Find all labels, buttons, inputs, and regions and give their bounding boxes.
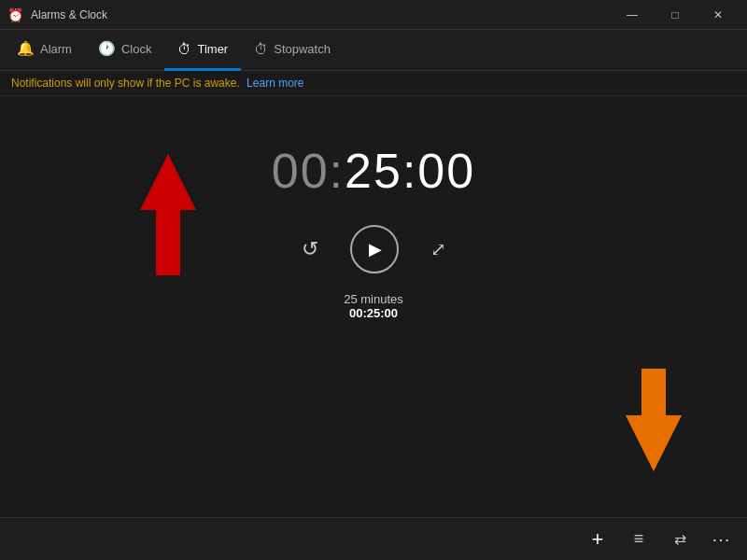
svg-marker-1 <box>626 369 682 471</box>
nav-stopwatch-label: Stopwatch <box>274 42 331 56</box>
timer-controls: ↺ ▶ ⤢ <box>296 225 452 273</box>
main-content: 00:25:00 ↺ ▶ ⤢ 25 minutes 00:25:00 <box>0 96 747 514</box>
timer-bright-part: 25:00 <box>345 144 475 198</box>
play-icon: ▶ <box>369 239 382 259</box>
expand-button[interactable]: ⤢ <box>425 232 452 266</box>
more-options-button[interactable]: ⋯ <box>702 521 740 558</box>
timer-dim-part: 00: <box>272 144 345 198</box>
title-bar-left: ⏰ Alarms & Clock <box>7 7 107 22</box>
play-button[interactable]: ▶ <box>350 225 399 273</box>
timer-label: 25 minutes <box>344 292 403 306</box>
sort-button[interactable]: ≡ <box>620 521 657 558</box>
svg-marker-0 <box>140 154 196 275</box>
reset-button[interactable]: ↺ <box>296 231 324 267</box>
add-timer-button[interactable]: + <box>579 521 616 558</box>
alarm-nav-icon: 🔔 <box>17 40 35 57</box>
timer-info: 25 minutes 00:25:00 <box>344 292 403 320</box>
nav-item-clock[interactable]: 🕐 Clock <box>85 30 165 71</box>
nav-item-stopwatch[interactable]: ⏱ Stopwatch <box>241 30 344 71</box>
clock-nav-icon: 🕐 <box>98 40 116 57</box>
orange-arrow-annotation <box>616 369 691 471</box>
bottom-toolbar: + ≡ ⇄ ⋯ <box>0 517 747 560</box>
timer-display: 00:25:00 <box>272 143 475 199</box>
app-icon: ⏰ <box>7 7 23 22</box>
minimize-button[interactable]: — <box>611 0 654 30</box>
red-arrow-annotation <box>131 154 205 275</box>
nav-item-timer[interactable]: ⏱ Timer <box>164 30 241 71</box>
notification-text: Notifications will only show if the PC i… <box>11 77 240 90</box>
nav-alarm-label: Alarm <box>40 42 72 56</box>
timer-nav-icon: ⏱ <box>177 41 191 57</box>
notification-bar: Notifications will only show if the PC i… <box>0 71 747 96</box>
nav-clock-label: Clock <box>121 42 152 56</box>
app-title: Alarms & Clock <box>31 8 107 21</box>
nav-timer-label: Timer <box>197 42 228 56</box>
title-bar-controls: — □ ✕ <box>611 0 740 30</box>
nav-bar: 🔔 Alarm 🕐 Clock ⏱ Timer ⏱ Stopwatch <box>0 30 747 71</box>
learn-more-link[interactable]: Learn more <box>247 77 303 90</box>
title-bar: ⏰ Alarms & Clock — □ ✕ <box>0 0 747 30</box>
maximize-button[interactable]: □ <box>654 0 697 30</box>
edit-button[interactable]: ⇄ <box>661 521 698 558</box>
nav-item-alarm[interactable]: 🔔 Alarm <box>4 30 85 71</box>
close-button[interactable]: ✕ <box>697 0 740 30</box>
stopwatch-nav-icon: ⏱ <box>254 41 268 57</box>
timer-time-value: 00:25:00 <box>344 306 403 320</box>
